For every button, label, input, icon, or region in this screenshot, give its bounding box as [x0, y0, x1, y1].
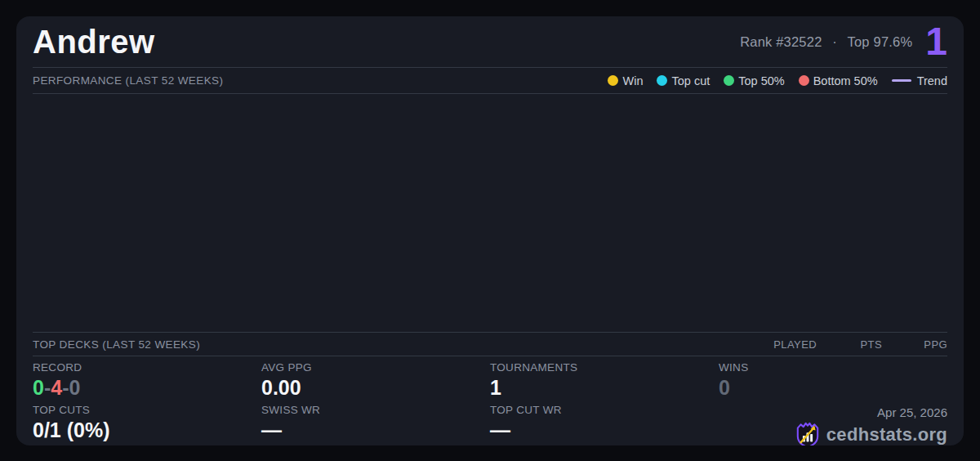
stat-label: TOURNAMENTS [490, 361, 719, 374]
rank-text: Rank #32522 [740, 34, 822, 49]
legend-label: Trend [917, 74, 947, 87]
stat-label: TOP CUT WR [490, 404, 719, 416]
legend-label: Win [622, 74, 643, 87]
stat-label: SWISS WR [261, 404, 490, 416]
stat-top-cuts: TOP CUTS 0/1 (0%) [33, 404, 261, 445]
performance-header-row: PERFORMANCE (LAST 52 WEEKS) Win Top cut … [33, 68, 947, 94]
performance-chart-area [33, 94, 947, 333]
top-percent-text: Top 97.6% [848, 34, 913, 49]
wins-value: 0 [719, 376, 947, 400]
stat-record: RECORD 0-4-0 [33, 361, 261, 404]
card-header: Andrew Rank #32522 · Top 97.6% 1 [33, 16, 947, 68]
stat-label: WINS [719, 361, 947, 374]
stat-label: TOP CUTS [33, 404, 261, 416]
legend-label: Bottom 50% [813, 74, 878, 87]
dot-separator: · [832, 34, 837, 49]
legend-item-top50[interactable]: Top 50% [724, 74, 784, 87]
top-decks-section-title: TOP DECKS (LAST 52 WEEKS) [33, 338, 200, 351]
brand-name: cedhstats.org [826, 424, 947, 445]
stat-swiss-wr: SWISS WR — [261, 404, 490, 445]
legend-item-trend[interactable]: Trend [892, 74, 947, 87]
chart-legend: Win Top cut Top 50% Bottom 50% Trend [608, 74, 947, 87]
rank-line: Rank #32522 · Top 97.6% [740, 34, 912, 50]
record-draws: 0 [69, 376, 80, 399]
record-wins: 0 [33, 376, 44, 399]
deck-count-badge: 1 [925, 22, 947, 61]
stat-avg-ppg: AVG PPG 0.00 [261, 361, 490, 404]
card-footer: Apr 25, 2026 cedhstats.org [719, 404, 947, 445]
stats-grid: RECORD 0-4-0 AVG PPG 0.00 TOURNAMENTS 1 … [33, 356, 947, 445]
stat-wins: WINS 0 [719, 361, 947, 404]
record-value: 0-4-0 [33, 376, 261, 400]
bottom50-dot-icon [799, 75, 809, 86]
top50-dot-icon [724, 75, 734, 86]
legend-item-win[interactable]: Win [608, 74, 643, 87]
brand-row: cedhstats.org [795, 421, 947, 445]
header-right: Rank #32522 · Top 97.6% 1 [740, 22, 947, 61]
record-separator: - [44, 376, 51, 399]
performance-section-title: PERFORMANCE (LAST 52 WEEKS) [33, 74, 223, 87]
top-decks-header-row: TOP DECKS (LAST 52 WEEKS) PLAYED PTS PPG [33, 333, 947, 356]
top-cut-wr-value: — [490, 418, 719, 442]
cedhstats-logo-icon [795, 421, 820, 445]
tournaments-value: 1 [490, 376, 719, 400]
legend-item-bottom50[interactable]: Bottom 50% [799, 74, 878, 87]
top-cut-dot-icon [657, 75, 667, 86]
player-name: Andrew [33, 24, 155, 60]
legend-label: Top cut [671, 74, 710, 87]
swiss-wr-value: — [261, 418, 490, 442]
top-decks-columns: PLAYED PTS PPG [751, 338, 947, 351]
player-stats-card: Andrew Rank #32522 · Top 97.6% 1 PERFORM… [16, 16, 964, 445]
stat-tournaments: TOURNAMENTS 1 [490, 361, 719, 404]
stat-label: AVG PPG [261, 361, 490, 374]
stat-label: RECORD [33, 361, 261, 374]
stat-top-cut-wr: TOP CUT WR — [490, 404, 719, 445]
column-ppg: PPG [882, 338, 947, 351]
avg-ppg-value: 0.00 [261, 376, 490, 400]
column-played: PLAYED [751, 338, 817, 351]
legend-label: Top 50% [738, 74, 784, 87]
column-pts: PTS [817, 338, 882, 351]
win-dot-icon [608, 75, 618, 86]
generated-date: Apr 25, 2026 [877, 405, 947, 419]
record-losses: 4 [51, 376, 62, 399]
top-cuts-value: 0/1 (0%) [33, 418, 261, 442]
legend-item-top-cut[interactable]: Top cut [657, 74, 710, 87]
trend-line-icon [892, 79, 911, 82]
